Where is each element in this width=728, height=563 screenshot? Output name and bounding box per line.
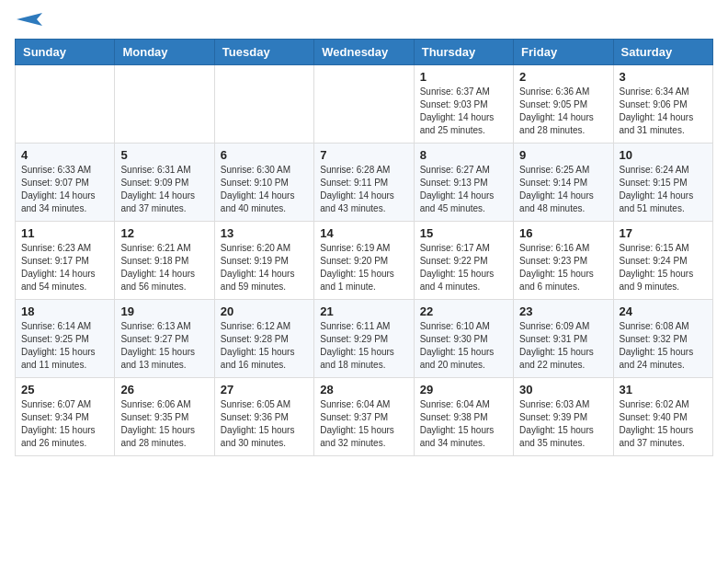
day-number: 23	[519, 304, 607, 318]
calendar-week-row: 1Sunrise: 6:37 AMSunset: 9:03 PMDaylight…	[16, 65, 713, 144]
day-number: 18	[21, 304, 108, 318]
logo-plane-icon	[17, 11, 44, 28]
calendar-cell: 19Sunrise: 6:13 AMSunset: 9:27 PMDayligh…	[115, 300, 214, 378]
calendar-cell: 23Sunrise: 6:09 AMSunset: 9:31 PMDayligh…	[514, 300, 613, 378]
day-number: 27	[221, 383, 308, 396]
day-detail: Sunrise: 6:31 AMSunset: 9:09 PMDaylight:…	[120, 164, 208, 215]
day-number: 19	[120, 304, 208, 318]
weekday-header-thursday: Thursday	[414, 40, 513, 65]
weekday-header-sunday: Sunday	[16, 40, 115, 65]
day-detail: Sunrise: 6:13 AMSunset: 9:27 PMDaylight:…	[120, 320, 208, 372]
day-detail: Sunrise: 6:10 AMSunset: 9:30 PMDaylight:…	[420, 320, 507, 372]
calendar-cell: 12Sunrise: 6:21 AMSunset: 9:18 PMDayligh…	[115, 222, 214, 300]
weekday-header-tuesday: Tuesday	[214, 40, 313, 65]
calendar-cell: 27Sunrise: 6:05 AMSunset: 9:36 PMDayligh…	[214, 378, 313, 456]
day-detail: Sunrise: 6:14 AMSunset: 9:25 PMDaylight:…	[21, 320, 108, 372]
day-number: 10	[620, 148, 707, 162]
day-detail: Sunrise: 6:37 AMSunset: 9:03 PMDaylight:…	[420, 86, 507, 137]
day-number: 12	[120, 226, 208, 240]
calendar-cell: 29Sunrise: 6:04 AMSunset: 9:38 PMDayligh…	[414, 378, 513, 456]
day-detail: Sunrise: 6:19 AMSunset: 9:20 PMDaylight:…	[320, 242, 407, 293]
day-detail: Sunrise: 6:06 AMSunset: 9:35 PMDaylight:…	[120, 398, 208, 450]
day-number: 31	[620, 383, 707, 396]
day-number: 28	[320, 383, 407, 396]
calendar-cell: 1Sunrise: 6:37 AMSunset: 9:03 PMDaylight…	[414, 65, 513, 144]
calendar-cell: 16Sunrise: 6:16 AMSunset: 9:23 PMDayligh…	[514, 222, 613, 300]
day-detail: Sunrise: 6:34 AMSunset: 9:06 PMDaylight:…	[620, 86, 707, 137]
day-detail: Sunrise: 6:12 AMSunset: 9:28 PMDaylight:…	[221, 320, 308, 372]
day-number: 1	[420, 70, 507, 84]
calendar-cell: 9Sunrise: 6:25 AMSunset: 9:14 PMDaylight…	[514, 144, 613, 222]
calendar-cell: 5Sunrise: 6:31 AMSunset: 9:09 PMDaylight…	[115, 144, 214, 222]
day-number: 11	[21, 226, 108, 240]
calendar-cell	[214, 65, 313, 144]
calendar-week-row: 25Sunrise: 6:07 AMSunset: 9:34 PMDayligh…	[16, 378, 713, 456]
day-number: 29	[420, 383, 507, 396]
day-detail: Sunrise: 6:04 AMSunset: 9:38 PMDaylight:…	[420, 398, 507, 450]
weekday-header-friday: Friday	[514, 40, 613, 65]
calendar-cell: 3Sunrise: 6:34 AMSunset: 9:06 PMDaylight…	[613, 65, 712, 144]
day-detail: Sunrise: 6:15 AMSunset: 9:24 PMDaylight:…	[620, 242, 707, 293]
calendar-cell: 21Sunrise: 6:11 AMSunset: 9:29 PMDayligh…	[314, 300, 414, 378]
day-number: 30	[519, 383, 607, 396]
weekday-header-saturday: Saturday	[613, 40, 712, 65]
day-detail: Sunrise: 6:04 AMSunset: 9:37 PMDaylight:…	[320, 398, 407, 450]
day-number: 8	[420, 148, 507, 162]
calendar-cell: 7Sunrise: 6:28 AMSunset: 9:11 PMDaylight…	[314, 144, 414, 222]
calendar-week-row: 4Sunrise: 6:33 AMSunset: 9:07 PMDaylight…	[16, 144, 713, 222]
calendar-cell: 20Sunrise: 6:12 AMSunset: 9:28 PMDayligh…	[214, 300, 313, 378]
day-number: 9	[519, 148, 607, 162]
weekday-header-wednesday: Wednesday	[314, 40, 414, 65]
day-number: 14	[320, 226, 407, 240]
day-detail: Sunrise: 6:21 AMSunset: 9:18 PMDaylight:…	[120, 242, 208, 293]
day-number: 15	[420, 226, 507, 240]
calendar-cell: 31Sunrise: 6:02 AMSunset: 9:40 PMDayligh…	[613, 378, 712, 456]
calendar-cell: 15Sunrise: 6:17 AMSunset: 9:22 PMDayligh…	[414, 222, 513, 300]
day-detail: Sunrise: 6:03 AMSunset: 9:39 PMDaylight:…	[519, 398, 607, 450]
day-detail: Sunrise: 6:20 AMSunset: 9:19 PMDaylight:…	[221, 242, 308, 293]
calendar-cell: 11Sunrise: 6:23 AMSunset: 9:17 PMDayligh…	[16, 222, 115, 300]
calendar-cell: 28Sunrise: 6:04 AMSunset: 9:37 PMDayligh…	[314, 378, 414, 456]
calendar-cell: 8Sunrise: 6:27 AMSunset: 9:13 PMDaylight…	[414, 144, 513, 222]
day-number: 21	[320, 304, 407, 318]
calendar-week-row: 18Sunrise: 6:14 AMSunset: 9:25 PMDayligh…	[16, 300, 713, 378]
calendar-cell: 18Sunrise: 6:14 AMSunset: 9:25 PMDayligh…	[16, 300, 115, 378]
calendar-cell: 26Sunrise: 6:06 AMSunset: 9:35 PMDayligh…	[115, 378, 214, 456]
day-number: 26	[120, 383, 208, 396]
day-number: 13	[221, 226, 308, 240]
calendar-cell: 10Sunrise: 6:24 AMSunset: 9:15 PMDayligh…	[613, 144, 712, 222]
day-number: 5	[120, 148, 208, 162]
calendar-cell: 25Sunrise: 6:07 AMSunset: 9:34 PMDayligh…	[16, 378, 115, 456]
calendar-cell	[16, 65, 115, 144]
calendar-cell: 17Sunrise: 6:15 AMSunset: 9:24 PMDayligh…	[613, 222, 712, 300]
day-number: 25	[21, 383, 108, 396]
day-number: 2	[519, 70, 607, 84]
day-number: 17	[620, 226, 707, 240]
calendar-cell: 6Sunrise: 6:30 AMSunset: 9:10 PMDaylight…	[214, 144, 313, 222]
day-number: 3	[620, 70, 707, 84]
day-detail: Sunrise: 6:08 AMSunset: 9:32 PMDaylight:…	[620, 320, 707, 372]
day-detail: Sunrise: 6:24 AMSunset: 9:15 PMDaylight:…	[620, 164, 707, 215]
day-detail: Sunrise: 6:17 AMSunset: 9:22 PMDaylight:…	[420, 242, 507, 293]
day-detail: Sunrise: 6:09 AMSunset: 9:31 PMDaylight:…	[519, 320, 607, 372]
day-number: 20	[221, 304, 308, 318]
day-detail: Sunrise: 6:05 AMSunset: 9:36 PMDaylight:…	[221, 398, 308, 450]
calendar-cell: 24Sunrise: 6:08 AMSunset: 9:32 PMDayligh…	[613, 300, 712, 378]
calendar-cell: 22Sunrise: 6:10 AMSunset: 9:30 PMDayligh…	[414, 300, 513, 378]
day-number: 24	[620, 304, 707, 318]
calendar-cell	[115, 65, 214, 144]
day-detail: Sunrise: 6:11 AMSunset: 9:29 PMDaylight:…	[320, 320, 407, 372]
day-detail: Sunrise: 6:27 AMSunset: 9:13 PMDaylight:…	[420, 164, 507, 215]
day-number: 4	[21, 148, 108, 162]
day-detail: Sunrise: 6:33 AMSunset: 9:07 PMDaylight:…	[21, 164, 108, 215]
calendar-week-row: 11Sunrise: 6:23 AMSunset: 9:17 PMDayligh…	[16, 222, 713, 300]
day-number: 16	[519, 226, 607, 240]
day-number: 6	[221, 148, 308, 162]
calendar-cell: 30Sunrise: 6:03 AMSunset: 9:39 PMDayligh…	[514, 378, 613, 456]
day-detail: Sunrise: 6:25 AMSunset: 9:14 PMDaylight:…	[519, 164, 607, 215]
day-detail: Sunrise: 6:02 AMSunset: 9:40 PMDaylight:…	[620, 398, 707, 450]
day-detail: Sunrise: 6:36 AMSunset: 9:05 PMDaylight:…	[519, 86, 607, 137]
calendar-cell	[314, 65, 414, 144]
day-detail: Sunrise: 6:28 AMSunset: 9:11 PMDaylight:…	[320, 164, 407, 215]
calendar-cell: 14Sunrise: 6:19 AMSunset: 9:20 PMDayligh…	[314, 222, 414, 300]
